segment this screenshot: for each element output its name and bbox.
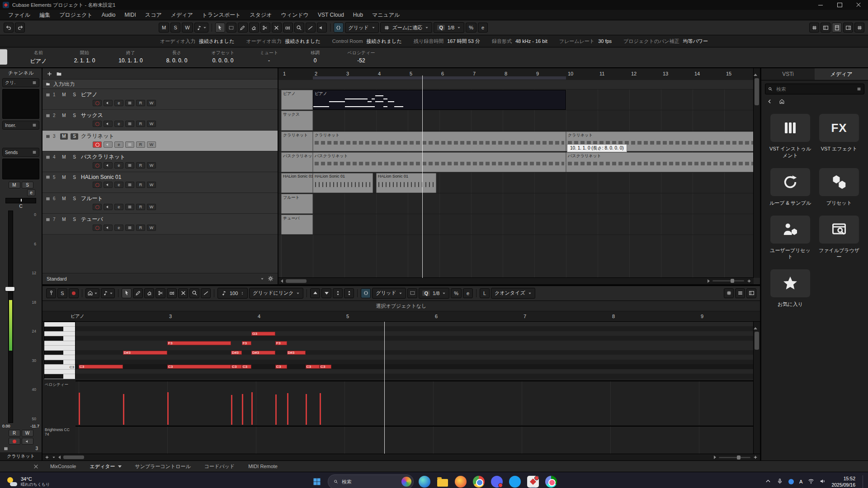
menu-item[interactable]: Hub xyxy=(349,10,368,20)
media-tile[interactable]: ループ & サンプル xyxy=(768,168,813,206)
status-item[interactable]: フレームレート 30 fps xyxy=(559,38,612,45)
channel-picture[interactable] xyxy=(2,89,39,119)
track-preset-name[interactable]: Standard xyxy=(47,276,67,282)
track-instrument-button[interactable] xyxy=(125,121,134,127)
hscroll-thumb[interactable] xyxy=(286,279,307,283)
sends-slots[interactable] xyxy=(2,159,39,179)
track-write-button[interactable]: W xyxy=(147,141,156,148)
midi-part[interactable]: ピアノ xyxy=(313,90,566,110)
track-mute-button[interactable]: M xyxy=(60,154,68,160)
track-row[interactable]: 4 M S バスクラリネット e R W xyxy=(42,151,278,172)
track-read-button[interactable]: R xyxy=(136,204,145,210)
editor-selection-tool[interactable] xyxy=(122,288,132,298)
editor-note-display[interactable]: C3 C3D#3F3C3D#3C3F3C3G3D#3F3C3D#3C3C3 ベロ… xyxy=(42,322,760,454)
range-selection-tool[interactable] xyxy=(226,23,236,33)
event-display[interactable]: 123456789101112131415 ピアノピアノサックスクラリネットクラ… xyxy=(278,68,760,284)
show-desktop-button[interactable] xyxy=(863,475,865,488)
tray-status-icon[interactable] xyxy=(788,479,794,484)
track-solo-button[interactable]: S xyxy=(71,174,78,180)
sends-rack-button[interactable]: Sends xyxy=(2,148,39,157)
velocity-bar[interactable] xyxy=(287,393,288,425)
vscroll-thumb[interactable] xyxy=(755,78,759,105)
track-monitor-button[interactable] xyxy=(104,204,113,210)
track-instrument-button[interactable] xyxy=(125,100,134,106)
midi-note[interactable]: F3 xyxy=(242,341,252,345)
track-record-button[interactable] xyxy=(93,204,102,210)
close-button[interactable] xyxy=(849,0,868,10)
editor-swing-button[interactable]: % xyxy=(451,288,462,298)
arrange-lane[interactable]: ピアノピアノ xyxy=(278,89,754,110)
editor-edit-button[interactable]: e xyxy=(463,288,473,298)
menu-item[interactable]: プロジェクト xyxy=(55,10,97,20)
track-instrument-button[interactable] xyxy=(125,162,134,169)
midi-part[interactable]: バスクラリネット xyxy=(281,152,313,172)
bottom-tab[interactable]: コードパッド xyxy=(204,463,235,470)
track-mute-button[interactable]: M xyxy=(60,216,68,223)
track-record-button[interactable] xyxy=(93,162,102,169)
editor-zoom-slider[interactable] xyxy=(719,457,750,458)
editor-quantize-dropdown[interactable]: Q1/8 xyxy=(419,288,449,299)
taskbar-app-file-explorer[interactable] xyxy=(435,474,450,488)
clip-rack-button[interactable]: クリ. xyxy=(2,78,39,87)
move-up-button[interactable] xyxy=(310,288,320,298)
track-monitor-button[interactable] xyxy=(104,100,113,106)
track-solo-button[interactable]: S xyxy=(71,92,78,98)
meter-peak-value[interactable]: -11.7 xyxy=(30,424,39,428)
snap-type-button[interactable] xyxy=(407,288,417,298)
editor-lines-button[interactable] xyxy=(735,288,745,298)
arrange-hscrollbar[interactable] xyxy=(278,277,754,284)
info-field[interactable]: ベロシティー -52 xyxy=(338,47,384,67)
menu-item[interactable]: スタジオ xyxy=(245,10,277,20)
status-item[interactable]: Control Room 接続されました xyxy=(332,38,402,45)
zoom-slider[interactable] xyxy=(712,280,744,282)
close-lower-zone-icon[interactable] xyxy=(33,464,38,469)
ime-indicator[interactable]: A xyxy=(799,479,802,484)
editor-mute-tool[interactable] xyxy=(178,288,188,298)
info-field[interactable]: 名前 ピアノ xyxy=(15,47,61,67)
grid-type-dropdown[interactable]: グリッド xyxy=(345,22,379,33)
velocity-bar[interactable] xyxy=(231,395,232,425)
editor-keys[interactable]: C3 xyxy=(44,322,75,379)
right-zone-tab[interactable]: VSTi xyxy=(761,68,815,80)
track-instrument-button[interactable] xyxy=(125,225,134,231)
track-monitor-button[interactable] xyxy=(104,182,113,188)
zoom-mode-dropdown[interactable]: ズームに適応 xyxy=(380,22,433,33)
track-row[interactable]: 2 M S サックス e R W xyxy=(42,110,278,131)
back-icon[interactable] xyxy=(767,99,773,104)
velocity-lane[interactable] xyxy=(75,380,754,425)
midi-part[interactable]: テューバ xyxy=(281,215,313,235)
arrange-lane[interactable]: バスクラリネットバスクラリネットバスクラリネット xyxy=(278,152,754,173)
track-instrument-button[interactable] xyxy=(125,204,134,210)
track-edit-button[interactable]: e xyxy=(114,141,123,148)
track-monitor-button[interactable] xyxy=(104,141,113,148)
track-solo-button[interactable]: S xyxy=(71,154,78,160)
channel-write-button[interactable]: W xyxy=(22,430,33,436)
info-field[interactable]: 移調 0 xyxy=(292,47,338,67)
channel-read-button[interactable]: R xyxy=(9,430,20,436)
track-monitor-button[interactable] xyxy=(104,121,113,127)
track-edit-button[interactable]: e xyxy=(114,121,123,127)
midi-part[interactable]: クラリネット xyxy=(281,131,313,151)
step-up-button[interactable] xyxy=(333,288,343,298)
info-field[interactable]: 終了 10. 1. 1. 0 xyxy=(108,47,154,67)
toggle-right-zone-button[interactable] xyxy=(843,23,853,33)
info-field[interactable]: ミュート - xyxy=(246,47,292,67)
midi-note[interactable]: D#3 xyxy=(231,351,242,355)
track-edit-button[interactable]: e xyxy=(114,162,123,169)
quantize-panel-button[interactable]: e xyxy=(478,23,488,33)
editor-draw-tool[interactable] xyxy=(133,288,143,298)
add-track-icon[interactable] xyxy=(47,71,52,77)
lane-caret-icon[interactable] xyxy=(52,455,56,459)
channel-record-button[interactable] xyxy=(9,438,20,445)
info-field[interactable]: 開始 2. 1. 1. 0 xyxy=(61,47,108,67)
step-down-button[interactable] xyxy=(344,288,354,298)
editor-ruler[interactable]: ピアノ 3456789 xyxy=(42,311,760,322)
track-row[interactable]: 7 M S テューバ e R W xyxy=(42,214,278,235)
tray-mic-icon[interactable] xyxy=(777,478,783,485)
track-mute-button[interactable]: M xyxy=(60,133,68,140)
track-edit-button[interactable]: e xyxy=(114,182,123,188)
minimize-button[interactable] xyxy=(811,0,830,10)
taskbar-app-discord[interactable] xyxy=(490,474,504,488)
info-field[interactable]: オフセット 0. 0. 0. 0 xyxy=(200,47,246,67)
length-grid-link-dropdown[interactable]: グリッドにリンク xyxy=(249,288,303,299)
